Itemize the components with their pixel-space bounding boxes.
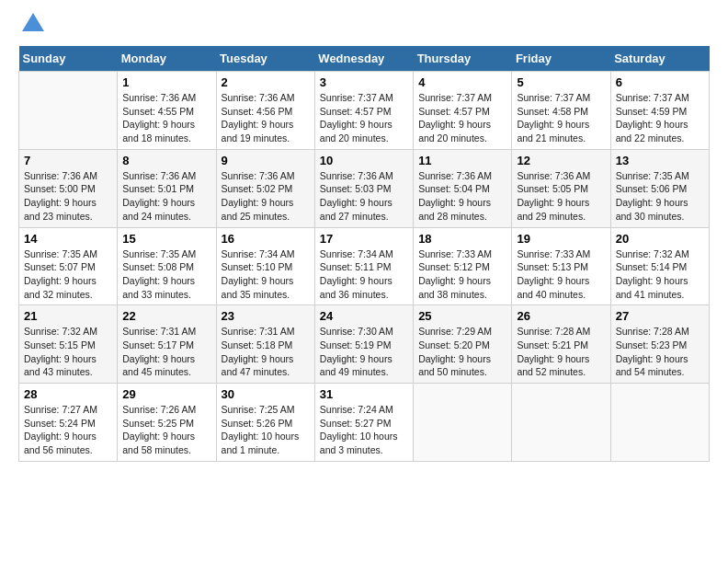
calendar-cell: 2Sunrise: 7:36 AMSunset: 4:56 PMDaylight… (216, 72, 314, 150)
day-number: 15 (122, 232, 210, 246)
calendar-cell: 23Sunrise: 7:31 AMSunset: 5:18 PMDayligh… (216, 305, 314, 384)
calendar-cell: 19Sunrise: 7:33 AMSunset: 5:13 PMDayligh… (512, 227, 610, 305)
day-info: Sunrise: 7:36 AMSunset: 5:02 PMDaylight:… (222, 169, 310, 224)
day-number: 5 (517, 75, 605, 89)
day-number: 8 (122, 154, 210, 167)
calendar-cell: 26Sunrise: 7:28 AMSunset: 5:21 PMDayligh… (512, 305, 610, 384)
day-info: Sunrise: 7:34 AMSunset: 5:10 PMDaylight:… (222, 247, 310, 302)
day-number: 28 (24, 387, 112, 401)
calendar-cell: 8Sunrise: 7:36 AMSunset: 5:01 PMDaylight… (118, 149, 216, 227)
day-info: Sunrise: 7:36 AMSunset: 5:01 PMDaylight:… (122, 169, 210, 224)
day-info: Sunrise: 7:33 AMSunset: 5:12 PMDaylight:… (418, 247, 506, 302)
calendar-cell: 6Sunrise: 7:37 AMSunset: 4:59 PMDaylight… (610, 72, 709, 150)
day-number: 18 (418, 232, 506, 246)
calendar-cell: 17Sunrise: 7:34 AMSunset: 5:11 PMDayligh… (314, 227, 413, 305)
day-number: 21 (24, 309, 112, 323)
weekday-header-tuesday: Tuesday (216, 46, 314, 72)
calendar-table: SundayMondayTuesdayWednesdayThursdayFrid… (18, 46, 710, 462)
day-info: Sunrise: 7:28 AMSunset: 5:21 PMDaylight:… (517, 325, 605, 379)
day-number: 24 (320, 309, 408, 323)
weekday-header-sunday: Sunday (19, 46, 118, 72)
week-row-1: 1Sunrise: 7:36 AMSunset: 4:55 PMDaylight… (19, 72, 710, 150)
week-row-2: 7Sunrise: 7:36 AMSunset: 5:00 PMDaylight… (19, 149, 710, 227)
calendar-cell: 22Sunrise: 7:31 AMSunset: 5:17 PMDayligh… (118, 305, 216, 384)
calendar-cell: 18Sunrise: 7:33 AMSunset: 5:12 PMDayligh… (414, 227, 512, 305)
day-info: Sunrise: 7:24 AMSunset: 5:27 PMDaylight:… (320, 403, 408, 457)
calendar-cell: 11Sunrise: 7:36 AMSunset: 5:04 PMDayligh… (414, 149, 512, 227)
day-info: Sunrise: 7:36 AMSunset: 5:00 PMDaylight:… (24, 169, 112, 224)
calendar-cell: 4Sunrise: 7:37 AMSunset: 4:57 PMDaylight… (414, 72, 512, 150)
calendar-cell: 20Sunrise: 7:32 AMSunset: 5:14 PMDayligh… (610, 227, 709, 305)
day-number: 23 (222, 309, 310, 323)
calendar-cell: 9Sunrise: 7:36 AMSunset: 5:02 PMDaylight… (216, 149, 314, 227)
calendar-cell: 21Sunrise: 7:32 AMSunset: 5:15 PMDayligh… (19, 305, 118, 384)
day-number: 16 (222, 232, 310, 246)
weekday-header-saturday: Saturday (610, 46, 709, 72)
day-info: Sunrise: 7:32 AMSunset: 5:14 PMDaylight:… (616, 247, 704, 302)
day-number: 14 (24, 232, 112, 246)
calendar-cell: 14Sunrise: 7:35 AMSunset: 5:07 PMDayligh… (19, 227, 118, 305)
day-number: 4 (418, 75, 506, 89)
calendar-cell (414, 384, 512, 462)
calendar-cell: 25Sunrise: 7:29 AMSunset: 5:20 PMDayligh… (414, 305, 512, 384)
weekday-header-thursday: Thursday (414, 46, 512, 72)
logo (18, 18, 46, 37)
day-info: Sunrise: 7:36 AMSunset: 4:55 PMDaylight:… (122, 91, 210, 145)
calendar-cell: 24Sunrise: 7:30 AMSunset: 5:19 PMDayligh… (314, 305, 413, 384)
day-info: Sunrise: 7:36 AMSunset: 5:03 PMDaylight:… (320, 169, 408, 224)
day-info: Sunrise: 7:36 AMSunset: 5:04 PMDaylight:… (418, 169, 506, 224)
day-info: Sunrise: 7:29 AMSunset: 5:20 PMDaylight:… (418, 325, 506, 379)
day-info: Sunrise: 7:34 AMSunset: 5:11 PMDaylight:… (320, 247, 408, 302)
day-info: Sunrise: 7:27 AMSunset: 5:24 PMDaylight:… (24, 403, 112, 457)
calendar-cell: 28Sunrise: 7:27 AMSunset: 5:24 PMDayligh… (19, 384, 118, 462)
calendar-cell: 10Sunrise: 7:36 AMSunset: 5:03 PMDayligh… (314, 149, 413, 227)
calendar-cell (19, 72, 118, 150)
day-number: 17 (320, 232, 408, 246)
day-number: 7 (24, 154, 112, 167)
day-number: 19 (517, 232, 605, 246)
calendar-cell: 12Sunrise: 7:36 AMSunset: 5:05 PMDayligh… (512, 149, 610, 227)
day-number: 26 (517, 309, 605, 323)
day-info: Sunrise: 7:32 AMSunset: 5:15 PMDaylight:… (24, 325, 112, 379)
day-info: Sunrise: 7:37 AMSunset: 4:57 PMDaylight:… (320, 91, 408, 145)
weekday-header-wednesday: Wednesday (314, 46, 413, 72)
day-info: Sunrise: 7:31 AMSunset: 5:18 PMDaylight:… (222, 325, 310, 379)
week-row-5: 28Sunrise: 7:27 AMSunset: 5:24 PMDayligh… (19, 384, 710, 462)
calendar-cell: 1Sunrise: 7:36 AMSunset: 4:55 PMDaylight… (118, 72, 216, 150)
weekday-header-monday: Monday (118, 46, 216, 72)
day-info: Sunrise: 7:35 AMSunset: 5:06 PMDaylight:… (616, 169, 704, 224)
svg-marker-0 (22, 13, 44, 31)
calendar-cell (610, 384, 709, 462)
day-number: 11 (418, 154, 506, 167)
day-number: 29 (122, 387, 210, 401)
day-info: Sunrise: 7:28 AMSunset: 5:23 PMDaylight:… (616, 325, 704, 379)
day-number: 30 (222, 387, 310, 401)
day-number: 10 (320, 154, 408, 167)
calendar-cell: 16Sunrise: 7:34 AMSunset: 5:10 PMDayligh… (216, 227, 314, 305)
day-info: Sunrise: 7:37 AMSunset: 4:59 PMDaylight:… (616, 91, 704, 145)
day-info: Sunrise: 7:35 AMSunset: 5:07 PMDaylight:… (24, 247, 112, 302)
day-number: 9 (222, 154, 310, 167)
day-info: Sunrise: 7:36 AMSunset: 4:56 PMDaylight:… (222, 91, 310, 145)
day-info: Sunrise: 7:26 AMSunset: 5:25 PMDaylight:… (122, 403, 210, 457)
calendar-cell (512, 384, 610, 462)
day-info: Sunrise: 7:31 AMSunset: 5:17 PMDaylight:… (122, 325, 210, 379)
day-info: Sunrise: 7:36 AMSunset: 5:05 PMDaylight:… (517, 169, 605, 224)
day-info: Sunrise: 7:33 AMSunset: 5:13 PMDaylight:… (517, 247, 605, 302)
week-row-4: 21Sunrise: 7:32 AMSunset: 5:15 PMDayligh… (19, 305, 710, 384)
day-number: 31 (320, 387, 408, 401)
calendar-cell: 3Sunrise: 7:37 AMSunset: 4:57 PMDaylight… (314, 72, 413, 150)
day-number: 27 (616, 309, 704, 323)
calendar-cell: 30Sunrise: 7:25 AMSunset: 5:26 PMDayligh… (216, 384, 314, 462)
day-info: Sunrise: 7:35 AMSunset: 5:08 PMDaylight:… (122, 247, 210, 302)
day-info: Sunrise: 7:25 AMSunset: 5:26 PMDaylight:… (222, 403, 310, 457)
day-number: 12 (517, 154, 605, 167)
day-number: 25 (418, 309, 506, 323)
weekday-header-friday: Friday (512, 46, 610, 72)
calendar-cell: 15Sunrise: 7:35 AMSunset: 5:08 PMDayligh… (118, 227, 216, 305)
day-number: 1 (122, 75, 210, 89)
day-info: Sunrise: 7:37 AMSunset: 4:57 PMDaylight:… (418, 91, 506, 145)
calendar-cell: 7Sunrise: 7:36 AMSunset: 5:00 PMDaylight… (19, 149, 118, 227)
calendar-cell: 27Sunrise: 7:28 AMSunset: 5:23 PMDayligh… (610, 305, 709, 384)
page-header (18, 18, 710, 37)
